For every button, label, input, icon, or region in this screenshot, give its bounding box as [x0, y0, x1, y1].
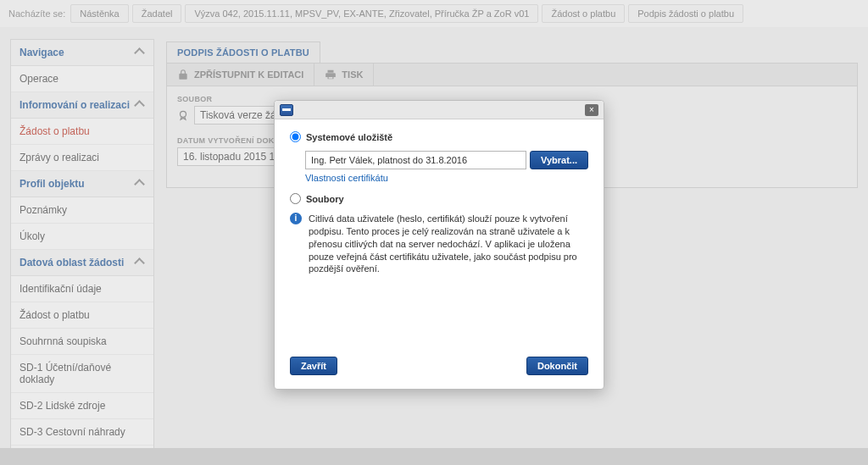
window-icon — [280, 104, 293, 116]
radio-system-input[interactable] — [290, 131, 301, 142]
info-text: Citlivá data uživatele (heslo, certifiká… — [309, 213, 588, 275]
close-button[interactable]: Zavřít — [290, 357, 337, 375]
close-icon[interactable]: × — [585, 104, 598, 116]
certificate-field[interactable]: Ing. Petr Válek, platnost do 31.8.2016 — [305, 151, 526, 169]
cert-properties-link[interactable]: Vlastnosti certifikátu — [305, 173, 588, 183]
select-button[interactable]: Vybrat... — [530, 151, 588, 169]
signing-dialog: × Systemové uložiště Ing. Petr Válek, pl… — [274, 100, 604, 390]
finish-button[interactable]: Dokončit — [526, 357, 588, 375]
radio-system-store[interactable]: Systemové uložiště — [290, 131, 588, 142]
info-icon: i — [290, 213, 302, 224]
dialog-footer: Zavřít Dokončit — [275, 357, 604, 389]
radio-files[interactable]: Soubory — [290, 193, 588, 204]
radio-files-input[interactable] — [290, 193, 301, 204]
dialog-titlebar[interactable]: × — [275, 101, 604, 119]
radio-files-label: Soubory — [306, 194, 344, 204]
dialog-body: Systemové uložiště Ing. Petr Válek, plat… — [275, 119, 604, 357]
radio-system-label: Systemové uložiště — [306, 132, 392, 142]
